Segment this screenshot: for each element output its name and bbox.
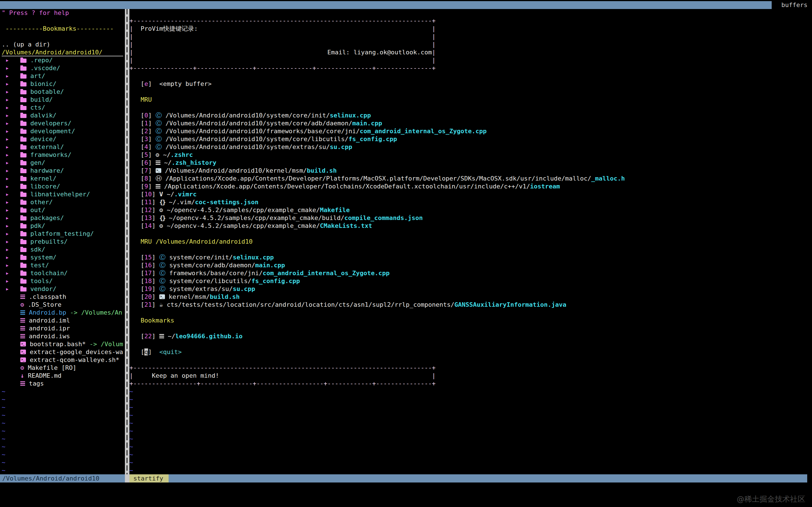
tree-file[interactable]: android.iml bbox=[2, 317, 125, 325]
tree-dir[interactable]: ▸ other/ bbox=[2, 198, 125, 206]
tree-dir[interactable]: ▸ build/ bbox=[2, 96, 125, 104]
tree-file[interactable]: android.ipr bbox=[2, 325, 125, 332]
startify-entry[interactable]: [6] ~/.zsh_history bbox=[130, 159, 812, 167]
startify-entry[interactable]: [e] <empty buffer> bbox=[130, 80, 812, 88]
cpp-icon: Ⓒ bbox=[159, 262, 165, 269]
tree-dir[interactable]: ▸ test/ bbox=[2, 262, 125, 269]
tree-dir[interactable]: ▸ kernel/ bbox=[2, 175, 125, 182]
tree-dir[interactable]: ▸ packages/ bbox=[2, 214, 125, 222]
bookmarks-header: ----------Bookmarks---------- bbox=[2, 25, 125, 33]
startify-entry[interactable]: [10] V ~/.vimrc bbox=[130, 190, 812, 198]
tree-dir[interactable]: ▸ .vscode/ bbox=[2, 64, 125, 72]
startify-entry[interactable]: [14] ⚙ ~/opencv-4.5.2/samples/cpp/exampl… bbox=[130, 222, 812, 230]
hdr-icon: Ⓗ bbox=[156, 175, 162, 182]
box-border: |Email: liyang.ok@outlook.com| bbox=[130, 48, 436, 56]
startify-entry[interactable]: [9] /Applications/Xcode.app/Contents/Dev… bbox=[130, 182, 812, 190]
tree-file[interactable]: android.iws bbox=[2, 332, 125, 340]
tree-dir[interactable]: ▸ developers/ bbox=[2, 119, 125, 127]
startify-entry[interactable]: [13] {} ~/opencv-4.5.2/samples/cpp/examp… bbox=[130, 214, 812, 222]
startify-entry[interactable]: [7] >_ /Volumes/Android/android10/kernel… bbox=[130, 167, 812, 175]
lines-icon bbox=[20, 334, 25, 338]
tree-dir[interactable]: ▸ system/ bbox=[2, 253, 125, 262]
entry-path: /Volumes/Android/android10/kernel/msm/ bbox=[165, 167, 307, 174]
tilde-marker: ~ bbox=[2, 396, 5, 403]
tree-dir[interactable]: ▸ dalvik/ bbox=[2, 112, 125, 119]
empty-buffer-line: ~ bbox=[130, 411, 812, 419]
folder-icon bbox=[20, 66, 27, 71]
tree-dir[interactable]: ▸ cts/ bbox=[2, 104, 125, 112]
tree-file[interactable]: >_ extract-qcom-walleye.sh* bbox=[2, 356, 125, 364]
tree-file[interactable]: >_ extract-google_devices-wa bbox=[2, 348, 125, 356]
startify-entry[interactable]: [20] >_ kernel/msm/build.sh bbox=[130, 293, 812, 301]
startify-entry[interactable]: [18] Ⓒ system/core/libcutils/fs_config.c… bbox=[130, 277, 812, 285]
startify-window[interactable]: +---------------------------------------… bbox=[130, 9, 812, 474]
tree-dir[interactable]: ▸ prebuilts/ bbox=[2, 238, 125, 245]
startify-entry[interactable]: [21] ☕ cts/tests/tests/location/src/andr… bbox=[130, 301, 812, 309]
lines-icon bbox=[156, 161, 160, 165]
startify-entry[interactable]: [19] Ⓒ system/extras/su/su.cpp bbox=[130, 285, 812, 293]
startify-entry[interactable]: [22] ~/leo94666.github.io bbox=[130, 332, 812, 340]
tree-dir[interactable]: ▸ platform_testing/ bbox=[2, 230, 125, 238]
startify-section-header: Bookmarks bbox=[130, 317, 812, 325]
startify-entry[interactable]: [2] Ⓒ /Volumes/Android/android10/framewo… bbox=[130, 127, 812, 135]
tree-file[interactable]: ⚙ .DS_Store bbox=[2, 301, 125, 309]
dir-name: bootable/ bbox=[31, 88, 64, 95]
tree-dir[interactable]: ▸ pdk/ bbox=[2, 222, 125, 230]
startify-entry[interactable]: [11] {} ~/.vim/coc-settings.json bbox=[130, 198, 812, 206]
entry-key: 12 bbox=[144, 207, 152, 214]
startify-entry[interactable]: [4] Ⓒ /Volumes/Android/android10/system/… bbox=[130, 143, 812, 151]
startify-entry[interactable]: [5] ⚙ ~/.zshrc bbox=[130, 151, 812, 159]
tree-dir[interactable]: ▸ .repo/ bbox=[2, 56, 125, 64]
startify-entry[interactable]: [0] Ⓒ /Volumes/Android/android10/system/… bbox=[130, 112, 812, 119]
tree-dir[interactable]: ▸ bootable/ bbox=[2, 88, 125, 96]
box-text: Email: liyang.ok@outlook.com bbox=[327, 48, 432, 56]
entry-path: ~/ bbox=[167, 191, 174, 198]
entry-bracket: ] bbox=[152, 333, 156, 340]
tree-dir[interactable]: ▸ hardware/ bbox=[2, 167, 125, 175]
tree-dir[interactable]: ▸ vendor/ bbox=[2, 285, 125, 293]
tree-file[interactable]: ⚙ Makefile [RO] bbox=[2, 364, 125, 372]
tree-expand-icon: ▸ bbox=[2, 80, 9, 87]
tree-dir[interactable]: ▸ toolchain/ bbox=[2, 269, 125, 277]
startify-entry[interactable]: [17] Ⓒ frameworks/base/core/jni/com_andr… bbox=[130, 269, 812, 277]
startify-entry[interactable]: [q] <quit> bbox=[130, 348, 812, 356]
tilde-marker: ~ bbox=[130, 396, 133, 403]
tree-dir[interactable]: ▸ sdk/ bbox=[2, 245, 125, 253]
tree-file[interactable]: Android.bp -> /Volumes/An bbox=[2, 309, 125, 317]
tree-dir[interactable]: ▸ out/ bbox=[2, 206, 125, 214]
tree-dir[interactable]: ▸ gen/ bbox=[2, 159, 125, 167]
startify-entry[interactable]: [15] Ⓒ system/core/init/selinux.cpp bbox=[130, 253, 812, 262]
section-header-text: Bookmarks bbox=[141, 317, 174, 324]
startify-entry[interactable]: [8] Ⓗ /Applications/Xcode.app/Contents/D… bbox=[130, 175, 812, 182]
tree-dir[interactable]: ▸ development/ bbox=[2, 127, 125, 135]
entry-path: cts/tests/tests/location/src/android/loc… bbox=[167, 301, 455, 308]
nerdtree-sidebar[interactable]: " Press ? for help ----------Bookmarks--… bbox=[0, 9, 125, 474]
folder-icon bbox=[20, 216, 27, 221]
startify-entry[interactable]: [16] Ⓒ system/core/adb/daemon/main.cpp bbox=[130, 262, 812, 269]
tree-root[interactable]: /Volumes/Android/android10/ bbox=[2, 48, 123, 56]
tree-up-dir[interactable]: .. (up a dir) bbox=[2, 41, 125, 48]
tree-dir[interactable]: ▸ tools/ bbox=[2, 277, 125, 285]
entry-filename: selinux.cpp bbox=[233, 254, 274, 261]
tree-dir[interactable]: ▸ libcore/ bbox=[2, 182, 125, 190]
tree-file[interactable]: ↓ README.md bbox=[2, 372, 125, 380]
startify-entry[interactable]: [12] ⚙ ~/opencv-4.5.2/samples/cpp/exampl… bbox=[130, 206, 812, 214]
tilde-marker: ~ bbox=[130, 427, 133, 434]
tree-dir[interactable]: ▸ libnativehelper/ bbox=[2, 190, 125, 198]
folder-icon bbox=[20, 106, 27, 110]
tree-dir[interactable]: ▸ bionic/ bbox=[2, 80, 125, 88]
file-name: android.iws bbox=[29, 333, 70, 340]
tree-file[interactable]: >_ bootstrap.bash* -> /Volum bbox=[2, 340, 125, 348]
tabline-buffer-bar[interactable] bbox=[0, 1, 772, 9]
tree-dir[interactable]: ▸ frameworks/ bbox=[2, 151, 125, 159]
startify-entry[interactable]: [1] Ⓒ /Volumes/Android/android10/system/… bbox=[130, 119, 812, 127]
tilde-marker: ~ bbox=[2, 404, 5, 411]
dir-name: sdk/ bbox=[31, 246, 45, 253]
tree-dir[interactable]: ▸ device/ bbox=[2, 135, 125, 143]
tree-file[interactable]: .classpath bbox=[2, 293, 125, 301]
startify-entry[interactable]: [3] Ⓒ /Volumes/Android/android10/system/… bbox=[130, 135, 812, 143]
window-separator[interactable] bbox=[125, 9, 130, 474]
tree-dir[interactable]: ▸ external/ bbox=[2, 143, 125, 151]
tree-file[interactable]: tags bbox=[2, 380, 125, 388]
tree-dir[interactable]: ▸ art/ bbox=[2, 72, 125, 80]
